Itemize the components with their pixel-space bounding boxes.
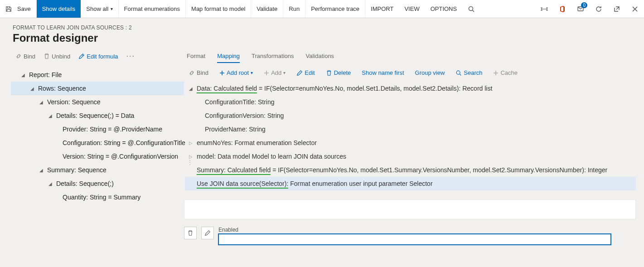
footer-delete-button[interactable] (184, 227, 197, 239)
notifications-button[interactable]: 0 (571, 0, 590, 18)
ds-node-data-label: Data: Calculated field = IF(Selector=enu… (197, 85, 492, 92)
tree-node-quantity[interactable]: Quantity: String = Summary (11, 190, 184, 204)
edit-label: Edit (305, 69, 315, 76)
r-search-label: Search (464, 69, 482, 76)
add-root-button[interactable]: Add root ▾ (218, 68, 255, 77)
tree-node-report[interactable]: ◢ Report: File (11, 68, 184, 82)
show-details-button[interactable]: Show details (37, 0, 81, 18)
svg-point-3 (456, 71, 460, 74)
unbind-button[interactable]: Unbind (40, 51, 74, 62)
r-search-button[interactable]: Search (454, 68, 484, 77)
top-toolbar: Save Show details Show all ▾ Format enum… (0, 0, 644, 18)
office-icon-button[interactable] (553, 0, 571, 18)
collapse-icon[interactable]: ◢ (47, 112, 53, 119)
ds-node-enumnoyes[interactable]: ▷ enumNoYes: Format enumeration Selector (185, 136, 636, 150)
popout-button[interactable] (608, 0, 626, 18)
ds-node-configversion[interactable]: ConfigurationVersion: String (185, 109, 636, 122)
options-menu[interactable]: OPTIONS (425, 0, 463, 18)
collapse-icon[interactable]: ◢ (38, 167, 44, 173)
bind-button[interactable]: Bind (12, 51, 39, 62)
tree-node-rows[interactable]: ◢ Rows: Sequence (11, 82, 184, 95)
connector-icon-button[interactable] (535, 0, 553, 18)
expand-icon[interactable]: ▷ (188, 140, 194, 146)
validate-button[interactable]: Validate (251, 0, 283, 18)
edit-formula-label: Edit formula (87, 53, 118, 60)
plus-icon (219, 70, 225, 76)
tree-node-provider[interactable]: Provider: String = @.ProviderName (11, 122, 184, 136)
trash-icon (187, 230, 194, 236)
search-button[interactable] (462, 0, 480, 18)
expand-icon[interactable]: ▷ (188, 153, 194, 160)
group-view-label: Group view (415, 69, 445, 76)
r-bind-button[interactable]: Bind (187, 68, 210, 77)
tree-node-details[interactable]: ◢ Details: Sequence(;) = Data (11, 109, 184, 122)
page-header: FORMAT TO LEARN JOIN DATA SOURCES : 2 Fo… (0, 18, 644, 47)
tree-node-version[interactable]: ◢ Version: Sequence (11, 95, 184, 109)
show-name-first-button[interactable]: Show name first (360, 68, 406, 77)
svg-point-0 (469, 6, 473, 10)
refresh-button[interactable] (590, 0, 608, 18)
link-icon (15, 53, 22, 59)
tree-node-details2[interactable]: ◢ Details: Sequence(;) (11, 177, 184, 190)
ds-node-providername[interactable]: ProviderName: String (185, 122, 636, 136)
ds-node-model[interactable]: ▷ model: Data model Model to learn JOIN … (185, 150, 636, 163)
ds-node-configtitle[interactable]: ConfigurationTitle: String (185, 95, 636, 109)
add-button[interactable]: Add ▾ (262, 68, 287, 77)
edit-button[interactable]: Edit (295, 68, 316, 77)
page-title: Format designer (13, 32, 631, 44)
tree-node-version-str[interactable]: Version: String = @.ConfigurationVersion (11, 150, 184, 163)
map-format-button[interactable]: Map format to model (186, 0, 251, 18)
detail-placeholder (184, 199, 636, 219)
enabled-input[interactable] (218, 234, 611, 245)
collapse-icon[interactable]: ◢ (29, 85, 35, 92)
trash-icon (44, 53, 50, 59)
collapse-icon[interactable]: ◢ (20, 72, 26, 78)
tree-node-configuration[interactable]: Configuration: String = @.ConfigurationT… (11, 136, 184, 150)
edit-formula-button[interactable]: Edit formula (75, 51, 121, 62)
ds-node-summary[interactable]: Summary: Calculated field = IF(Selector=… (185, 163, 636, 177)
collapse-icon[interactable]: ◢ (188, 85, 194, 92)
footer-edit-button[interactable] (201, 227, 214, 239)
run-button[interactable]: Run (283, 0, 305, 18)
show-details-label: Show details (42, 5, 76, 12)
chevron-down-icon: ▾ (111, 6, 113, 11)
performance-trace-label: Performance trace (311, 5, 359, 12)
pencil-icon (296, 70, 303, 76)
plus-icon (264, 70, 269, 76)
tree-node-summary[interactable]: ◢ Summary: Sequence (11, 163, 184, 177)
left-toolbar: Bind Unbind Edit formula ··· (8, 47, 184, 65)
view-menu[interactable]: VIEW (399, 0, 425, 18)
pane-resize-handle[interactable]: ⋮ (187, 161, 193, 163)
tab-mapping[interactable]: Mapping (217, 50, 240, 63)
save-icon (5, 6, 15, 12)
import-menu[interactable]: IMPORT (365, 0, 399, 18)
right-pane: Format Mapping Transformations Validatio… (184, 47, 636, 245)
group-view-button[interactable]: Group view (413, 68, 447, 77)
delete-label: Delete (334, 69, 351, 76)
add-root-label: Add root (227, 69, 249, 76)
format-enumerations-button[interactable]: Format enumerations (119, 0, 186, 18)
tabs: Format Mapping Transformations Validatio… (184, 47, 636, 63)
breadcrumb: FORMAT TO LEARN JOIN DATA SOURCES : 2 (13, 24, 631, 31)
close-button[interactable] (626, 0, 644, 18)
collapse-icon[interactable]: ◢ (38, 99, 44, 105)
performance-trace-button[interactable]: Performance trace (305, 0, 365, 18)
save-button[interactable]: Save (0, 0, 37, 18)
format-tree: ◢ Report: File ◢ Rows: Sequence ◢ Versio… (8, 65, 184, 204)
collapse-icon[interactable]: ◢ (47, 180, 53, 187)
tab-format[interactable]: Format (187, 50, 205, 63)
plus-icon (493, 70, 499, 76)
popout-icon (613, 5, 620, 13)
tab-transformations[interactable]: Transformations (252, 50, 294, 63)
show-all-button[interactable]: Show all ▾ (81, 0, 118, 18)
cache-button[interactable]: Cache (491, 68, 519, 77)
ds-node-selector[interactable]: Use JOIN data source(Selector): Format e… (185, 177, 636, 190)
trash-icon (326, 70, 332, 76)
ds-node-data[interactable]: ◢ Data: Calculated field = IF(Selector=e… (185, 82, 636, 95)
ds-node-summary-label: Summary: Calculated field = IF(Selector=… (197, 166, 607, 174)
more-button[interactable]: ··· (123, 50, 139, 62)
delete-button[interactable]: Delete (324, 68, 353, 77)
r-bind-label: Bind (197, 69, 208, 76)
tab-validations[interactable]: Validations (305, 50, 334, 63)
cache-label: Cache (500, 69, 518, 76)
